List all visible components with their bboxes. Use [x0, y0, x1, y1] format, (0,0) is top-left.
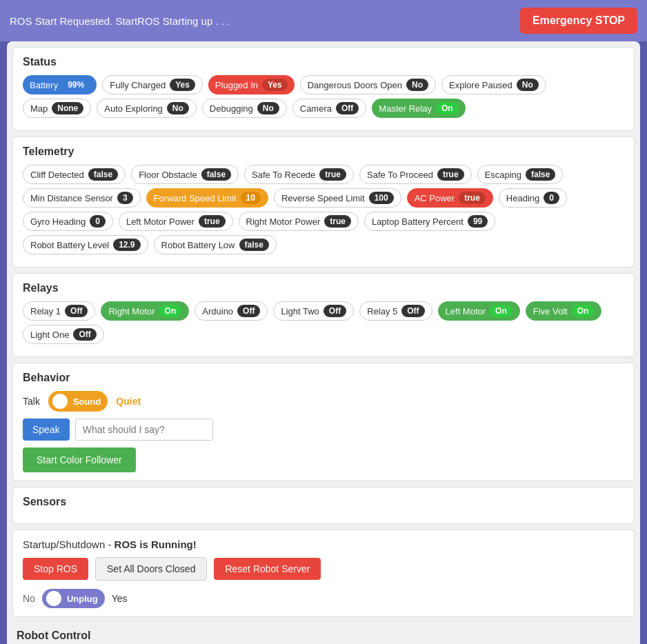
- five-volt-label: Five Volt: [533, 306, 568, 316]
- master-relay-value: On: [436, 102, 459, 114]
- robot-battery-low-label: Robot Battery Low: [161, 240, 235, 250]
- startup-title: Startup/Shutdown - ROS is Running!: [23, 539, 624, 550]
- relay5-badge: Relay 5 Off: [359, 301, 432, 321]
- escaping-label: Escaping: [485, 170, 521, 180]
- telemetry-title: Telemetry: [23, 145, 624, 158]
- relay1-badge: Relay 1 Off: [23, 301, 95, 321]
- floor-obstacle-label: Floor Obstacle: [139, 170, 197, 180]
- auto-exploring-label: Auto Exploring: [104, 103, 163, 114]
- five-volt-value: On: [572, 305, 595, 317]
- camera-value: Off: [336, 102, 359, 114]
- reverse-speed-badge: Reverse Speed Limit 100: [274, 188, 401, 208]
- arduino-label: Arduino: [202, 306, 233, 316]
- explore-paused-badge: Explore Paused No: [441, 75, 546, 94]
- left-motor-power-label: Left Motor Power: [126, 217, 195, 227]
- heading-value: 0: [544, 192, 559, 204]
- ac-power-value: true: [459, 192, 486, 204]
- master-relay-badge: Master Relay On: [372, 99, 465, 118]
- relays-title: Relays: [23, 282, 624, 294]
- robot-battery-level-label: Robot Battery Level: [30, 240, 109, 250]
- robot-battery-low-value: false: [239, 239, 269, 251]
- reverse-speed-label: Reverse Speed Limit: [281, 193, 365, 203]
- debugging-label: Debugging: [210, 103, 253, 114]
- battery-value: 99%: [62, 79, 90, 91]
- right-motor-label: Right Motor: [108, 306, 155, 316]
- debugging-value: No: [257, 102, 279, 114]
- sound-toggle[interactable]: Sound: [48, 391, 108, 412]
- speak-input[interactable]: [75, 419, 213, 441]
- robot-battery-low-badge: Robot Battery Low false: [154, 235, 277, 254]
- floor-obstacle-value: false: [201, 168, 231, 181]
- relay1-value: Off: [65, 305, 88, 317]
- safe-to-recede-value: true: [319, 168, 346, 181]
- forward-speed-value: 10: [241, 192, 261, 204]
- speak-button[interactable]: Speak: [23, 419, 70, 441]
- arduino-badge: Arduino Off: [195, 301, 268, 321]
- safe-to-proceed-badge: Safe To Proceed true: [359, 165, 472, 184]
- heading-badge: Heading 0: [499, 188, 567, 208]
- startup-section: Startup/Shutdown - ROS is Running! Stop …: [12, 530, 635, 617]
- relay5-label: Relay 5: [367, 306, 397, 316]
- left-motor-label: Left Motor: [446, 306, 486, 316]
- safe-to-recede-label: Safe To Recede: [252, 170, 315, 180]
- unplug-row: No Unplug Yes: [23, 589, 624, 608]
- battery-label: Battery: [30, 80, 58, 90]
- reset-server-button[interactable]: Reset Robot Server: [214, 558, 321, 580]
- light-one-value: Off: [73, 328, 96, 341]
- telemetry-row-1: Cliff Detected false Floor Obstacle fals…: [23, 165, 624, 184]
- right-motor-power-value: true: [324, 215, 351, 228]
- ac-power-badge: AC Power true: [407, 188, 493, 208]
- relays-row-1: Relay 1 Off Right Motor On Arduino Off L…: [23, 301, 624, 321]
- map-value: None: [52, 102, 83, 114]
- status-row-2: Map None Auto Exploring No Debugging No …: [23, 99, 624, 118]
- telemetry-row-3: Gyro Heading 0 Left Motor Power true Rig…: [23, 212, 624, 231]
- fully-charged-label: Fully Charged: [110, 80, 166, 90]
- telemetry-row-2: Min Distance Sensor 3 Forward Speed Limi…: [23, 188, 624, 208]
- top-bar: ROS Start Requested. StartROS Starting u…: [0, 0, 647, 41]
- gyro-heading-value: 0: [90, 215, 106, 228]
- reverse-speed-value: 100: [369, 192, 394, 204]
- talk-label: Talk: [23, 396, 40, 407]
- robot-battery-level-badge: Robot Battery Level 12.9: [23, 235, 148, 254]
- cliff-detected-value: false: [88, 168, 118, 181]
- min-distance-label: Min Distance Sensor: [30, 193, 113, 203]
- behavior-title: Behavior: [23, 372, 624, 384]
- main-content: Status Battery 99% Fully Charged Yes Plu…: [7, 41, 640, 644]
- gyro-heading-badge: Gyro Heading 0: [23, 212, 113, 231]
- emergency-stop-button[interactable]: Emergency STOP: [520, 8, 637, 34]
- min-distance-value: 3: [117, 192, 133, 204]
- relay5-value: Off: [401, 305, 424, 317]
- relays-section: Relays Relay 1 Off Right Motor On Arduin…: [12, 273, 635, 357]
- set-doors-button[interactable]: Set All Doors Closed: [95, 557, 207, 581]
- status-title: Status: [23, 56, 624, 68]
- explore-paused-value: No: [517, 79, 539, 91]
- unplug-knob: [46, 591, 61, 606]
- telemetry-row-4: Robot Battery Level 12.9 Robot Battery L…: [23, 235, 624, 254]
- safe-to-recede-badge: Safe To Recede true: [244, 165, 354, 184]
- quiet-label: Quiet: [116, 396, 141, 407]
- explore-paused-label: Explore Paused: [449, 80, 512, 90]
- telemetry-section: Telemetry Cliff Detected false Floor Obs…: [12, 137, 635, 268]
- light-two-value: Off: [324, 305, 346, 317]
- camera-label: Camera: [300, 103, 332, 114]
- stop-ros-button[interactable]: Stop ROS: [23, 558, 88, 580]
- left-motor-power-value: true: [199, 215, 226, 228]
- auto-exploring-value: No: [167, 102, 189, 114]
- floor-obstacle-badge: Floor Obstacle false: [131, 165, 239, 184]
- startup-label: Startup/Shutdown: [23, 539, 105, 550]
- pluggedin-label: Plugged In: [215, 80, 258, 90]
- dangerous-doors-value: No: [406, 79, 428, 91]
- unplug-toggle[interactable]: Unplug: [42, 589, 105, 608]
- sensors-title: Sensors: [23, 496, 624, 508]
- map-label: Map: [30, 103, 48, 114]
- left-motor-power-badge: Left Motor Power true: [119, 212, 233, 231]
- fully-charged-value: Yes: [170, 79, 195, 91]
- start-color-follower-button[interactable]: Start Color Follower: [23, 447, 136, 472]
- light-two-badge: Light Two Off: [273, 301, 354, 321]
- robot-control-title: Robot Control: [17, 630, 630, 642]
- forward-speed-badge: Forward Speed Limit 10: [146, 188, 268, 208]
- talk-row: Talk Sound Quiet: [23, 391, 624, 412]
- topbar-message: ROS Start Requested. StartROS Starting u…: [10, 15, 230, 27]
- yes-label: Yes: [112, 593, 128, 604]
- right-motor-power-badge: Right Motor Power true: [239, 212, 359, 231]
